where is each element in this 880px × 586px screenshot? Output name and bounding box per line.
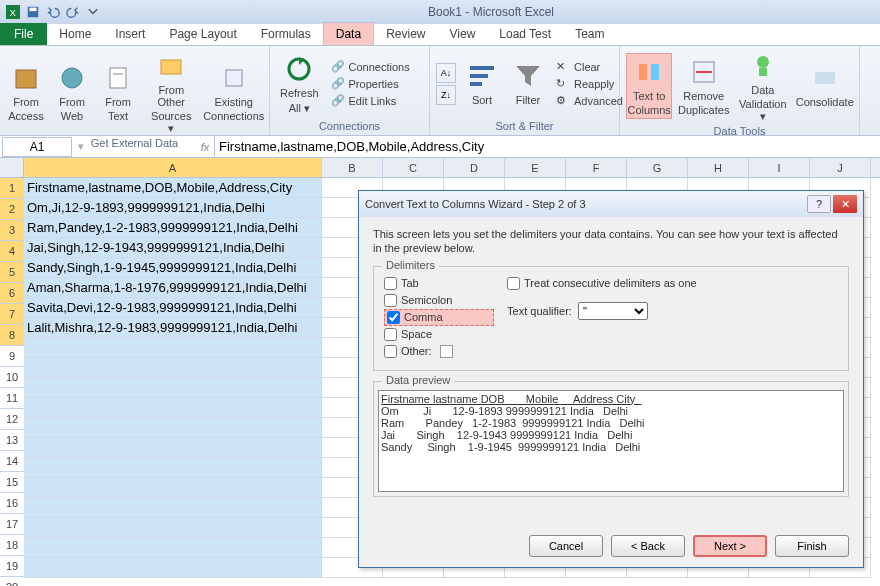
row-header-4[interactable]: 4 xyxy=(0,241,24,262)
cell-A1[interactable]: Firstname,lastname,DOB,Mobile,Address,Ci… xyxy=(24,178,322,198)
cell-A18[interactable] xyxy=(24,518,322,538)
row-header-18[interactable]: 18 xyxy=(0,535,24,556)
other-input[interactable] xyxy=(440,345,453,358)
save-icon[interactable] xyxy=(24,3,42,21)
filter-item-0[interactable]: ✕Clear xyxy=(554,59,625,75)
ext-button-3[interactable]: From OtherSources ▾ xyxy=(144,48,198,136)
filter-item-2[interactable]: ⚙Advanced xyxy=(554,93,625,109)
row-header-8[interactable]: 8 xyxy=(0,325,24,346)
col-header-A[interactable]: A xyxy=(24,158,322,177)
col-header-D[interactable]: D xyxy=(444,158,505,177)
cell-A2[interactable]: Om,Ji,12-9-1893,9999999121,India,Delhi xyxy=(24,198,322,218)
row-header-7[interactable]: 7 xyxy=(0,304,24,325)
row-header-11[interactable]: 11 xyxy=(0,388,24,409)
ext-button-4[interactable]: ExistingConnections xyxy=(204,60,263,124)
name-box[interactable] xyxy=(2,137,72,157)
cell-A15[interactable] xyxy=(24,458,322,478)
cell-A8[interactable]: Lalit,Mishra,12-9-1983,9999999121,India,… xyxy=(24,318,322,338)
row-header-5[interactable]: 5 xyxy=(0,262,24,283)
comma-checkbox-row[interactable]: Comma xyxy=(384,309,494,326)
qualifier-select[interactable]: " xyxy=(578,302,648,320)
cell-A20[interactable] xyxy=(24,558,322,578)
tool-button-2[interactable]: DataValidation ▾ xyxy=(735,48,790,124)
formula-bar[interactable]: Firstname,lastname,DOB,Mobile,Address,Ci… xyxy=(215,136,880,157)
undo-icon[interactable] xyxy=(44,3,62,21)
cell-A19[interactable] xyxy=(24,538,322,558)
tab-review[interactable]: Review xyxy=(374,23,437,45)
tab-file[interactable]: File xyxy=(0,23,47,45)
space-checkbox[interactable] xyxy=(384,328,397,341)
tab-load-test[interactable]: Load Test xyxy=(487,23,563,45)
sort-az-icon[interactable]: A↓ xyxy=(436,63,456,83)
conn-item-2[interactable]: 🔗Edit Links xyxy=(329,93,412,109)
cell-A7[interactable]: Savita,Devi,12-9-1983,9999999121,India,D… xyxy=(24,298,322,318)
space-checkbox-row[interactable]: Space xyxy=(384,326,494,343)
col-header-F[interactable]: F xyxy=(566,158,627,177)
tool-button-3[interactable]: Consolidate xyxy=(796,60,853,112)
cell-A13[interactable] xyxy=(24,418,322,438)
other-checkbox-row[interactable]: Other: xyxy=(384,343,494,360)
tab-checkbox[interactable] xyxy=(384,277,397,290)
row-header-6[interactable]: 6 xyxy=(0,283,24,304)
col-header-C[interactable]: C xyxy=(383,158,444,177)
row-header-16[interactable]: 16 xyxy=(0,493,24,514)
help-button[interactable]: ? xyxy=(807,195,831,213)
col-header-H[interactable]: H xyxy=(688,158,749,177)
sort-button[interactable]: Sort xyxy=(462,58,502,108)
semicolon-checkbox-row[interactable]: Semicolon xyxy=(384,292,494,309)
row-header-14[interactable]: 14 xyxy=(0,451,24,472)
filter-item-1[interactable]: ↻Reapply xyxy=(554,76,625,92)
tab-home[interactable]: Home xyxy=(47,23,103,45)
col-header-B[interactable]: B xyxy=(322,158,383,177)
tab-page-layout[interactable]: Page Layout xyxy=(157,23,248,45)
row-header-13[interactable]: 13 xyxy=(0,430,24,451)
row-header-12[interactable]: 12 xyxy=(0,409,24,430)
row-header-1[interactable]: 1 xyxy=(0,178,24,199)
row-header-17[interactable]: 17 xyxy=(0,514,24,535)
conn-item-0[interactable]: 🔗Connections xyxy=(329,59,412,75)
tab-team[interactable]: Team xyxy=(563,23,616,45)
col-header-G[interactable]: G xyxy=(627,158,688,177)
row-header-20[interactable]: 20 xyxy=(0,577,24,586)
cell-A11[interactable] xyxy=(24,378,322,398)
fx-icon[interactable]: fx xyxy=(196,141,214,153)
row-header-19[interactable]: 19 xyxy=(0,556,24,577)
tab-data[interactable]: Data xyxy=(323,22,374,45)
tab-formulas[interactable]: Formulas xyxy=(249,23,323,45)
tab-insert[interactable]: Insert xyxy=(103,23,157,45)
sort-za-icon[interactable]: Z↓ xyxy=(436,85,456,105)
cell-A4[interactable]: Jai,Singh,12-9-1943,9999999121,India,Del… xyxy=(24,238,322,258)
cell-A14[interactable] xyxy=(24,438,322,458)
row-header-3[interactable]: 3 xyxy=(0,220,24,241)
conn-item-1[interactable]: 🔗Properties xyxy=(329,76,412,92)
row-header-15[interactable]: 15 xyxy=(0,472,24,493)
cell-A3[interactable]: Ram,Pandey,1-2-1983,9999999121,India,Del… xyxy=(24,218,322,238)
cell-A16[interactable] xyxy=(24,478,322,498)
ext-button-0[interactable]: FromAccess xyxy=(6,60,46,124)
refresh-all-button[interactable]: RefreshAll ▾ xyxy=(276,51,323,115)
redo-icon[interactable] xyxy=(64,3,82,21)
tab-checkbox-row[interactable]: Tab xyxy=(384,275,494,292)
treat-consecutive-row[interactable]: Treat consecutive delimiters as one xyxy=(507,275,697,292)
row-header-2[interactable]: 2 xyxy=(0,199,24,220)
cell-A10[interactable] xyxy=(24,358,322,378)
cell-A6[interactable]: Aman,Sharma,1-8-1976,9999999121,India,De… xyxy=(24,278,322,298)
row-header-10[interactable]: 10 xyxy=(0,367,24,388)
comma-checkbox[interactable] xyxy=(387,311,400,324)
qat-dropdown-icon[interactable] xyxy=(84,3,102,21)
cell-A5[interactable]: Sandy,Singh,1-9-1945,9999999121,India,De… xyxy=(24,258,322,278)
ext-button-1[interactable]: FromWeb xyxy=(52,60,92,124)
treat-consecutive-checkbox[interactable] xyxy=(507,277,520,290)
back-button[interactable]: < Back xyxy=(611,535,685,557)
row-header-9[interactable]: 9 xyxy=(0,346,24,367)
close-button[interactable]: ✕ xyxy=(833,195,857,213)
semicolon-checkbox[interactable] xyxy=(384,294,397,307)
finish-button[interactable]: Finish xyxy=(775,535,849,557)
col-header-J[interactable]: J xyxy=(810,158,871,177)
tool-button-1[interactable]: RemoveDuplicates xyxy=(678,54,729,118)
tool-button-0[interactable]: Text toColumns xyxy=(626,53,672,119)
col-header-I[interactable]: I xyxy=(749,158,810,177)
tab-view[interactable]: View xyxy=(438,23,488,45)
other-checkbox[interactable] xyxy=(384,345,397,358)
cell-A17[interactable] xyxy=(24,498,322,518)
